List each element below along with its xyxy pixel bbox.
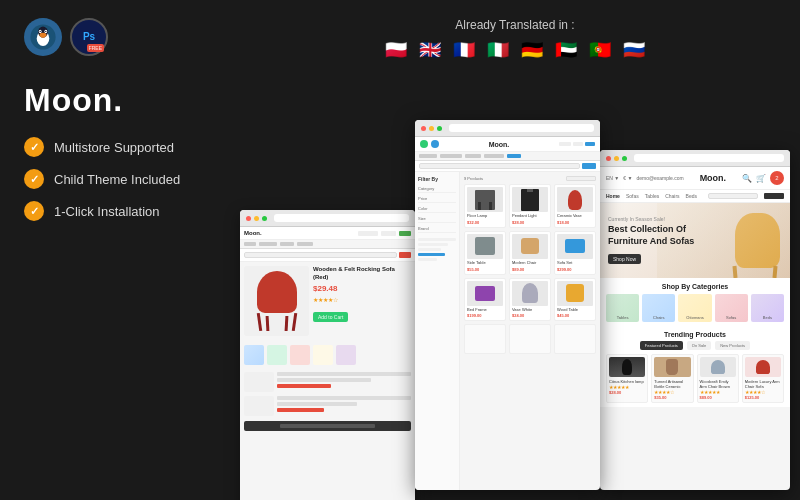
product-name-8: Vase White: [512, 308, 548, 313]
flag-it: 🇮🇹: [484, 40, 512, 60]
product-img-1: [467, 187, 503, 212]
categories-title: Shop By Categories: [606, 283, 784, 290]
browser-chrome-right: [600, 150, 790, 167]
filter-category: Category: [418, 185, 456, 193]
trend-prod-img-3: [700, 357, 736, 377]
ps-icon: Ps FREE: [70, 18, 108, 56]
flag-fr: 🇫🇷: [450, 40, 478, 60]
translation-label: Already Translated in :: [455, 18, 574, 32]
hero-shop-btn[interactable]: Shop Now: [608, 254, 641, 264]
thumb-5: [336, 345, 356, 365]
product-price-4: $55.00: [467, 267, 503, 272]
hero-title: Best Collection Of Furniture And Sofas: [608, 224, 698, 247]
product-price-2: $28.00: [512, 220, 548, 225]
cat-chairs-label: Chairs: [653, 315, 665, 320]
minimize-dot-r: [614, 156, 619, 161]
tab-new[interactable]: New Products: [715, 341, 750, 350]
thumb-4: [313, 345, 333, 365]
close-dot: [246, 216, 251, 221]
product-img-8: [512, 281, 548, 306]
listing-products: 9 Products Floor Lamp $32.00: [460, 172, 600, 490]
add-to-cart-button[interactable]: Add to Cart: [313, 312, 348, 322]
flag-ae: 🇦🇪: [552, 40, 580, 60]
hp-header: EN ▼ € ▼ demo@example.com Moon. 🔍 🛒 2: [600, 167, 790, 190]
url-bar-center: [449, 124, 594, 132]
puffin-icon: [24, 18, 62, 56]
close-dot-r: [606, 156, 611, 161]
cat-sofas-label: Sofas: [726, 315, 736, 320]
listing-header: Moon.: [415, 137, 600, 152]
detail-product-title: Wooden & Felt Rocking Sofa (Red): [313, 266, 411, 282]
categories-row: Tables Chairs Ottomans Sofas Beds: [606, 294, 784, 322]
hero-tagline: Currently In Season Sale!: [608, 216, 698, 222]
feature-1click: 1-Click Installation: [24, 201, 206, 221]
thumb-1: [244, 345, 264, 365]
hp-categories: Shop By Categories Tables Chairs Ottoman…: [600, 278, 790, 327]
list-item: Woodcraft Emily Arm Chair Brown ★★★★★ $8…: [697, 354, 739, 403]
product-name-7: Bed Frame: [467, 308, 503, 313]
trending-products-row: Citrus Kitchen lamp ★★★★★ $28.00 Turned …: [606, 354, 784, 403]
previews-container: Moon.: [230, 90, 800, 500]
product-img-4: [467, 234, 503, 259]
cat-sofas[interactable]: Sofas: [715, 294, 748, 322]
feature-multistore-label: Multistore Supported: [54, 140, 174, 155]
cat-ottomans-label: Ottomans: [686, 315, 703, 320]
cat-tables[interactable]: Tables: [606, 294, 639, 322]
product-name-4: Side Table: [467, 261, 503, 266]
tools-row: Ps FREE: [24, 18, 206, 56]
ps-free-label: FREE: [87, 44, 104, 52]
cat-ottomans[interactable]: Ottomans: [678, 294, 711, 322]
cat-chairs[interactable]: Chairs: [642, 294, 675, 322]
product-price-5: $89.00: [512, 267, 548, 272]
svg-point-5: [40, 31, 41, 32]
list-item: Ceramic Vase $18.00: [554, 184, 596, 228]
maximize-dot: [262, 216, 267, 221]
list-item: Pendant Light $28.00: [509, 184, 551, 228]
product-name-1: Floor Lamp: [467, 214, 503, 219]
filter-brand: Brand: [418, 225, 456, 233]
flag-pt: 🇵🇹: [586, 40, 614, 60]
trend-prod-img-1: [609, 357, 645, 377]
feature-list: Multistore Supported Child Theme Include…: [24, 137, 206, 221]
tab-onsale[interactable]: On Sale: [687, 341, 711, 350]
preview-product-detail: Moon.: [240, 210, 415, 500]
cat-beds-label: Beds: [763, 315, 772, 320]
maximize-dot-r: [622, 156, 627, 161]
minimize-dot: [254, 216, 259, 221]
preview-homepage: EN ▼ € ▼ demo@example.com Moon. 🔍 🛒 2 Ho…: [600, 150, 790, 490]
list-item: Floor Lamp $32.00: [464, 184, 506, 228]
flag-de: 🇩🇪: [518, 40, 546, 60]
list-item: Modern Chair $89.00: [509, 231, 551, 275]
preview-product-listing: Moon. Filter By Category Price Color: [415, 120, 600, 490]
filter-price: Price: [418, 195, 456, 203]
feature-child-theme: Child Theme Included: [24, 169, 206, 189]
cat-beds[interactable]: Beds: [751, 294, 784, 322]
list-item: Vase White $24.00: [509, 278, 551, 322]
hp-nav: Home Sofas Tables Chairs Beds: [600, 190, 790, 203]
browser-chrome-center: [415, 120, 600, 137]
tab-featured[interactable]: Featured Products: [640, 341, 683, 350]
product-img-6: [557, 234, 593, 259]
flag-ru: 🇷🇺: [620, 40, 648, 60]
detail-info: Wooden & Felt Rocking Sofa (Red) $29.48 …: [313, 266, 411, 336]
detail-content: Wooden & Felt Rocking Sofa (Red) $29.48 …: [240, 262, 415, 340]
trend-prod-name-4: Modern Luxury Arm Chair Sofa: [745, 379, 781, 389]
product-img-7: [467, 281, 503, 306]
list-item: Side Table $55.00: [464, 231, 506, 275]
flag-gb: 🇬🇧: [416, 40, 444, 60]
list-item: Turned Artisanal Bottle Ceramic ★★★★☆ $3…: [651, 354, 693, 403]
brand-title: Moon.: [24, 82, 206, 119]
product-img-9: [557, 281, 593, 306]
trend-prod-name-2: Turned Artisanal Bottle Ceramic: [654, 379, 690, 389]
detail-product-price: $29.48: [313, 284, 411, 293]
hp-logo: Moon.: [700, 173, 727, 183]
product-price-7: $199.00: [467, 313, 503, 318]
hp-trending: Trending Products Featured Products On S…: [600, 327, 790, 407]
trend-prod-price-4: $125.00: [745, 395, 781, 400]
flag-pl: 🇵🇱: [382, 40, 410, 60]
feature-child-theme-label: Child Theme Included: [54, 172, 180, 187]
list-item: Sofa Set $299.00: [554, 231, 596, 275]
product-price-9: $45.00: [557, 313, 593, 318]
thumb-3: [290, 345, 310, 365]
product-price-6: $299.00: [557, 267, 593, 272]
